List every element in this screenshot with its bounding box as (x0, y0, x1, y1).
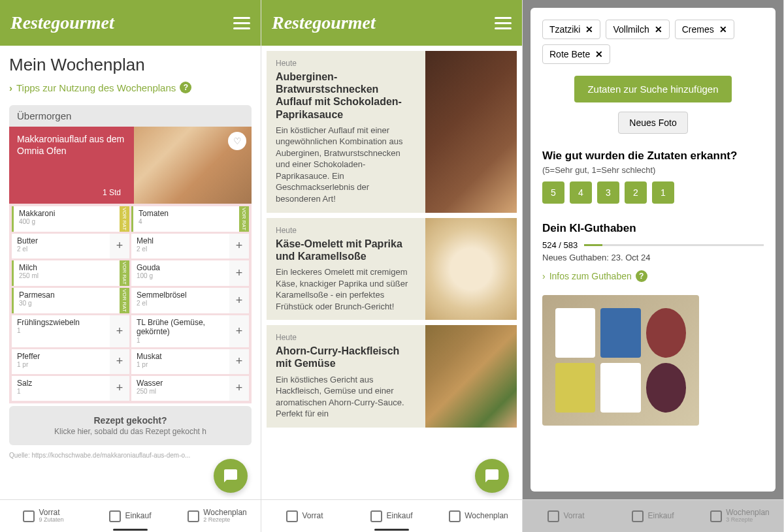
menu-icon[interactable] (495, 17, 512, 29)
plus-icon[interactable]: + (229, 349, 249, 374)
tab-einkauf[interactable]: Einkauf (348, 500, 435, 532)
chat-fab[interactable] (214, 459, 248, 493)
plus-icon[interactable]: + (229, 376, 249, 401)
tab-wochenplan[interactable]: Wochenplan2 Rezepte (174, 500, 261, 532)
ingredient-item[interactable]: Salz1+ (12, 376, 129, 401)
app-header: Restegourmet (0, 0, 261, 46)
tab-bar: Vorrat9 Zutaten Einkauf Wochenplan2 Reze… (0, 499, 261, 532)
recipe-list-item[interactable]: HeuteAhorn-Curry-Hackfleisch mit GemüseE… (267, 325, 517, 428)
ingredient-item[interactable]: Tomaten4VOR RAT (131, 206, 249, 232)
recipe-image: ♡ (134, 127, 252, 204)
ingredient-item[interactable]: Milch250 mlVOR RAT (12, 260, 129, 286)
chevron-right-icon: › (9, 82, 12, 93)
plus-icon[interactable]: + (229, 234, 249, 258)
bag-icon (370, 510, 382, 522)
plus-icon[interactable]: + (229, 288, 249, 313)
rating-button-2[interactable]: 2 (625, 181, 647, 204)
rating-question: Wie gut wurden die Zutaten erkannt? (542, 149, 764, 163)
help-icon[interactable]: ? (636, 270, 647, 282)
credit-title: Dein KI-Guthaben (542, 222, 764, 235)
ingredient-item[interactable]: Mehl2 el+ (131, 234, 249, 258)
tips-link[interactable]: › Tipps zur Nutzung des Wochenplans ? (9, 82, 252, 93)
ingredient-item[interactable]: Frühlingszwiebeln1+ (12, 315, 129, 347)
recipe-card[interactable]: Makkaroniauflauf aus dem Omnia Ofen 1 St… (9, 127, 252, 204)
credit-info-link[interactable]: › Infos zum Guthaben ? (542, 270, 764, 282)
chevron-right-icon: › (542, 271, 546, 281)
plus-icon[interactable]: + (229, 260, 249, 286)
tab-vorrat[interactable]: Vorrat9 Zutaten (0, 500, 87, 532)
tab-einkauf[interactable]: Einkauf (610, 500, 696, 532)
plus-icon[interactable]: + (229, 315, 249, 347)
ingredient-item[interactable]: Butter2 el+ (12, 234, 129, 258)
tab-einkauf[interactable]: Einkauf (87, 500, 174, 532)
vorrat-badge: VOR RAT (120, 260, 129, 286)
ingredient-tag[interactable]: Rote Bete✕ (542, 44, 610, 64)
source-text: Quelle: https://kochschwabe.de/makkaroni… (9, 452, 252, 459)
ingredient-item[interactable]: Muskat1 pr+ (131, 349, 249, 374)
vorrat-badge: VOR RAT (120, 288, 129, 313)
ingredient-item[interactable]: Semmelbrösel2 el+ (131, 288, 249, 313)
fridge-icon (547, 510, 559, 522)
help-icon[interactable]: ? (180, 82, 191, 93)
tab-wochenplan[interactable]: Wochenplan3 Rezepte (696, 500, 783, 532)
menu-icon[interactable] (233, 17, 250, 29)
new-photo-button[interactable]: Neues Foto (618, 112, 687, 134)
ingredient-item[interactable]: Parmesan30 gVOR RAT (12, 288, 129, 313)
close-icon[interactable]: ✕ (655, 24, 662, 35)
tab-vorrat[interactable]: Vorrat (523, 500, 610, 532)
fridge-icon (23, 510, 35, 522)
list-icon (449, 510, 461, 522)
bag-icon (632, 510, 644, 522)
fridge-icon (286, 510, 298, 522)
rating-buttons: 54321 (542, 181, 764, 204)
cooked-prompt[interactable]: Rezept gekocht? Klicke hier, sobald du d… (9, 406, 252, 445)
ingredient-item[interactable]: Wasser250 ml+ (131, 376, 249, 401)
credit-value: 524 / 583 (542, 240, 578, 250)
ingredient-tag[interactable]: Tzatziki✕ (542, 20, 600, 39)
add-ingredients-button[interactable]: Zutaten zur Suche hinzufügen (574, 76, 731, 102)
close-icon[interactable]: ✕ (595, 49, 603, 59)
close-icon[interactable]: ✕ (585, 24, 593, 35)
ingredient-tag[interactable]: Cremes✕ (675, 20, 734, 39)
tags-container: Tzatziki✕Vollmilch✕Cremes✕Rote Bete✕ (542, 20, 764, 64)
ingredient-item[interactable]: Makkaroni400 gVOR RAT (12, 206, 129, 232)
recipe-image (425, 325, 517, 428)
ingredient-item[interactable]: Pfeffer1 pr+ (12, 349, 129, 374)
list-icon (188, 510, 199, 522)
rating-button-5[interactable]: 5 (542, 181, 564, 204)
credit-date: Neues Guthaben: 23. Oct 24 (542, 253, 764, 262)
app-header: Restegourmet (261, 0, 522, 46)
day-label: Übermorgen (9, 105, 252, 127)
ingredients-panel: Makkaroni400 gVOR RATTomaten4VOR RATButt… (9, 204, 252, 403)
rating-button-4[interactable]: 4 (570, 181, 592, 204)
plus-icon[interactable]: + (110, 234, 129, 258)
plus-icon[interactable]: + (110, 349, 129, 374)
vorrat-badge: VOR RAT (239, 206, 249, 232)
page-title: Mein Wochenplan (9, 55, 252, 75)
rating-button-3[interactable]: 3 (597, 181, 619, 204)
plus-icon[interactable]: + (110, 376, 129, 401)
favorite-icon[interactable]: ♡ (228, 132, 246, 150)
recipe-title: Makkaroniauflauf aus dem Omnia Ofen (17, 133, 126, 157)
recipe-time: 1 Std (17, 188, 126, 197)
ingredient-item[interactable]: Gouda100 g+ (131, 260, 249, 286)
recipe-image (425, 51, 517, 213)
tab-bar: Vorrat Einkauf Wochenplan3 Rezepte (523, 499, 783, 532)
chat-fab[interactable] (475, 459, 509, 493)
vorrat-badge: VOR RAT (120, 206, 129, 232)
photo-preview (542, 295, 699, 426)
ingredient-modal: Tzatziki✕Vollmilch✕Cremes✕Rote Bete✕ Zut… (531, 8, 776, 492)
logo: Restegourmet (272, 12, 376, 33)
list-icon (710, 510, 722, 522)
recipe-image (425, 218, 517, 321)
plus-icon[interactable]: + (110, 315, 129, 347)
recipe-list-item[interactable]: HeuteKäse-Omelett mit Paprika und Karame… (267, 218, 517, 321)
bag-icon (109, 510, 121, 522)
rating-button-1[interactable]: 1 (652, 181, 674, 204)
tab-wochenplan[interactable]: Wochenplan (435, 500, 522, 532)
ingredient-item[interactable]: TL Brühe (Gemüse, gekörnte)1+ (131, 315, 249, 347)
close-icon[interactable]: ✕ (719, 24, 727, 35)
recipe-list-item[interactable]: HeuteAuberginen-Bratwurstschnecken Aufla… (267, 51, 517, 213)
tab-vorrat[interactable]: Vorrat (261, 500, 348, 532)
ingredient-tag[interactable]: Vollmilch✕ (606, 20, 669, 39)
